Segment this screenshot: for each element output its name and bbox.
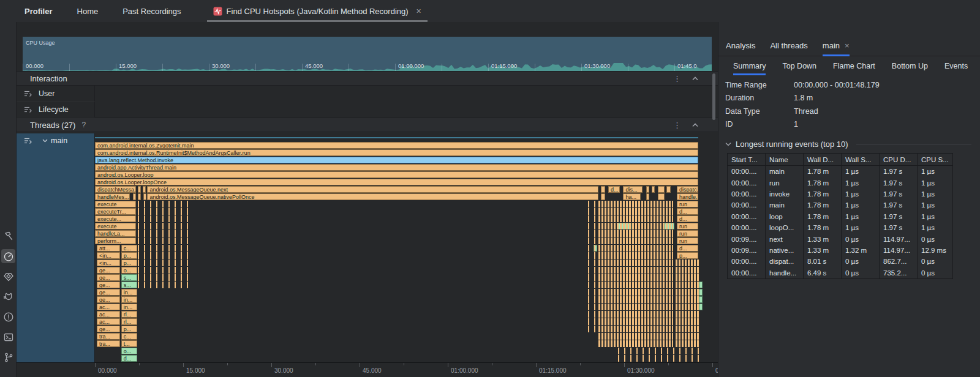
flame-bar[interactable]: ac... [97, 304, 120, 310]
flame-bar[interactable]: ac... [97, 318, 120, 325]
more-options-icon[interactable]: ⋮ [673, 74, 681, 83]
flame-bar[interactable] [601, 186, 605, 193]
flame-bar[interactable]: c... [121, 245, 137, 252]
flame-bar[interactable]: dispatchMessa... [95, 186, 136, 193]
flame-bar[interactable] [652, 186, 655, 193]
table-row[interactable]: 00:00....loopO...1.78 m1 µs1.97 s1 µs [728, 222, 952, 233]
timeline-scrollbar[interactable] [712, 73, 715, 120]
version-control-icon[interactable] [1, 350, 15, 364]
flame-bar[interactable]: handle... [677, 193, 699, 200]
flame-bar[interactable]: d... [121, 355, 137, 362]
more-options-icon[interactable]: ⋮ [673, 121, 681, 130]
flame-bar[interactable]: android.app.ActivityThread.main [95, 164, 698, 171]
problems-icon[interactable] [1, 310, 15, 324]
flame-bar[interactable]: p... [121, 326, 137, 332]
flame-bar[interactable]: android.os.MessageQueue.nativePollOnce [147, 193, 598, 200]
flame-bar[interactable]: s... [121, 274, 137, 281]
flame-bar[interactable]: s... [121, 282, 137, 288]
flame-bar[interactable]: execute... [95, 215, 136, 222]
flame-bar[interactable] [646, 186, 649, 193]
tab-find-cpu-hotspots[interactable]: Find CPU Hotspots (Java/Kotlin Method Re… [207, 0, 428, 22]
build-icon[interactable] [1, 229, 15, 243]
flame-bar[interactable]: ge... [97, 326, 120, 332]
column-header[interactable]: Start T... [728, 154, 766, 165]
flame-bar[interactable]: d... [677, 208, 699, 215]
subtab-summary[interactable]: Summary [733, 57, 766, 75]
interaction-track-user[interactable]: User [17, 86, 718, 102]
flame-bar[interactable]: in... [121, 289, 137, 296]
flame-bar[interactable] [138, 186, 141, 193]
column-header[interactable]: CPU D... [880, 154, 918, 165]
flame-bar[interactable]: dis... [623, 186, 643, 193]
tab-close-icon[interactable]: × [417, 6, 421, 16]
flame-bar[interactable] [658, 186, 664, 193]
close-icon[interactable]: × [845, 41, 850, 50]
flame-bar[interactable]: <in... [97, 259, 120, 266]
flame-bar[interactable] [143, 186, 146, 193]
logcat-icon[interactable] [1, 289, 15, 304]
flame-bar[interactable]: perform... [95, 237, 136, 244]
flame-bar[interactable]: com.android.internal.os.ZygoteInit.main [95, 142, 698, 149]
flame-bar[interactable] [133, 193, 136, 200]
flame-bar[interactable]: in... [121, 296, 137, 303]
flame-bar[interactable]: execute [95, 223, 136, 230]
flame-bar[interactable]: tra... [97, 333, 120, 340]
nav-home[interactable]: Home [77, 7, 99, 16]
subtab-bottom-up[interactable]: Bottom Up [892, 57, 928, 75]
flame-bar[interactable]: d... [677, 245, 699, 252]
flame-bar[interactable]: o... [121, 267, 137, 274]
column-header[interactable]: Name [766, 154, 804, 165]
flame-bar[interactable]: rl... [121, 318, 137, 325]
flame-bar[interactable] [699, 304, 702, 310]
tab-all-threads[interactable]: All threads [770, 35, 807, 56]
flame-bar[interactable]: t... [121, 340, 137, 347]
flame-bar[interactable]: android.os.Looper.loop [95, 171, 698, 178]
column-header[interactable]: Wall D... [804, 154, 842, 165]
flame-bar[interactable]: <in... [97, 252, 120, 259]
subtab-events[interactable]: Events [944, 57, 968, 75]
flame-bar[interactable]: handleLa... [95, 230, 136, 237]
flame-bar[interactable]: run [677, 230, 699, 237]
longest-events-header[interactable]: Longest running events (top 10) [725, 140, 971, 149]
flame-bar[interactable]: run [677, 223, 699, 230]
flame-bar[interactable] [699, 296, 702, 303]
flame-bar[interactable]: dispatc... [677, 186, 699, 193]
flame-bar[interactable]: ge... [97, 289, 120, 296]
terminal-icon[interactable] [1, 330, 15, 344]
nav-past-recordings[interactable]: Past Recordings [123, 7, 181, 16]
flame-bar[interactable]: ge... [97, 296, 120, 303]
subtab-top-down[interactable]: Top Down [782, 57, 816, 75]
column-header[interactable]: CPU S... [918, 154, 952, 165]
tab-main[interactable]: main× [823, 35, 850, 56]
flame-bar[interactable]: o... [121, 348, 137, 354]
table-row[interactable]: 00:00....loop1.78 m1 µs1.97 s1 µs [728, 211, 952, 222]
flame-bar[interactable] [699, 282, 702, 288]
flame-bar[interactable]: executeTr... [95, 208, 136, 215]
flame-bar[interactable]: p... [121, 252, 137, 259]
app-quality-insights-icon[interactable] [1, 269, 15, 283]
profiler-icon[interactable] [1, 249, 15, 263]
flame-bar[interactable]: ge... [97, 282, 120, 288]
collapse-icon[interactable] [692, 123, 698, 127]
flame-bar[interactable]: ac... [97, 311, 120, 318]
flame-bar[interactable]: c... [121, 333, 137, 340]
subtab-flame-chart[interactable]: Flame Chart [833, 57, 875, 75]
table-row[interactable]: 00:00....main1.78 m1 µs1.97 s1 µs [728, 166, 952, 177]
chevron-down-icon[interactable] [42, 139, 48, 143]
threads-help-icon[interactable]: ? [81, 121, 86, 129]
flame-bar[interactable]: ha... [623, 193, 640, 200]
flame-bar[interactable] [658, 193, 664, 200]
table-row[interactable]: 00:00....main1.78 m1 µs1.97 s1 µs [728, 200, 952, 211]
flame-bar[interactable] [143, 193, 146, 200]
table-row[interactable]: 00:00....dispat...8.01 s0 µs862.7...0 µs [728, 256, 952, 267]
table-row[interactable]: 00:09....next1.33 m0 µs114.97...0 µs [728, 233, 952, 244]
flame-chart[interactable]: com.android.internal.os.ZygoteInit.mainc… [95, 133, 718, 362]
flame-bar[interactable]: run [677, 237, 699, 244]
thread-row-main[interactable]: main [17, 133, 95, 362]
flame-bar[interactable] [666, 186, 671, 193]
flame-bar[interactable]: run [677, 201, 699, 207]
flame-bar[interactable]: p... [677, 252, 699, 259]
flame-bar[interactable]: ge... [97, 274, 120, 281]
flame-bar[interactable]: rl... [121, 311, 137, 318]
flame-bar[interactable] [646, 193, 649, 200]
